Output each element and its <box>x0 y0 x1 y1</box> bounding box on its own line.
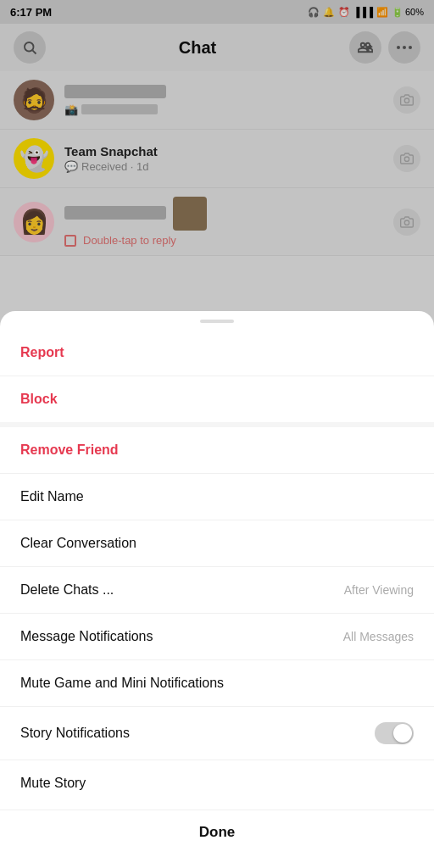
message-notifications-item[interactable]: Message Notifications All Messages <box>0 614 434 659</box>
report-label: Report <box>20 345 64 360</box>
delete-chats-value: After Viewing <box>344 583 414 597</box>
message-notifications-label: Message Notifications <box>20 629 153 644</box>
story-notifications-toggle[interactable] <box>375 722 414 744</box>
clear-conversation-item[interactable]: Clear Conversation <box>0 520 434 566</box>
story-notifications-label: Story Notifications <box>20 726 130 741</box>
mute-story-label: Mute Story <box>20 776 86 791</box>
mute-story-item[interactable]: Mute Story <box>0 760 434 806</box>
bottom-sheet: Report Block Remove Friend Edit Name Cle… <box>0 311 434 868</box>
story-notifications-item[interactable]: Story Notifications <box>0 707 434 760</box>
mute-game-notifications-label: Mute Game and Mini Notifications <box>20 676 224 691</box>
sheet-handle <box>200 320 234 323</box>
delete-chats-item[interactable]: Delete Chats ... After Viewing <box>0 567 434 613</box>
report-item[interactable]: Report <box>0 330 434 376</box>
done-button[interactable]: Done <box>0 810 434 854</box>
message-notifications-value: All Messages <box>343 630 414 643</box>
edit-name-label: Edit Name <box>20 489 84 504</box>
delete-chats-label: Delete Chats ... <box>20 582 114 598</box>
remove-friend-label: Remove Friend <box>20 442 119 458</box>
mute-game-notifications-item[interactable]: Mute Game and Mini Notifications <box>0 660 434 706</box>
remove-friend-item[interactable]: Remove Friend <box>0 427 434 473</box>
block-label: Block <box>20 392 58 407</box>
block-item[interactable]: Block <box>0 376 434 422</box>
clear-conversation-label: Clear Conversation <box>20 536 136 551</box>
edit-name-item[interactable]: Edit Name <box>0 474 434 520</box>
toggle-thumb <box>393 724 412 743</box>
